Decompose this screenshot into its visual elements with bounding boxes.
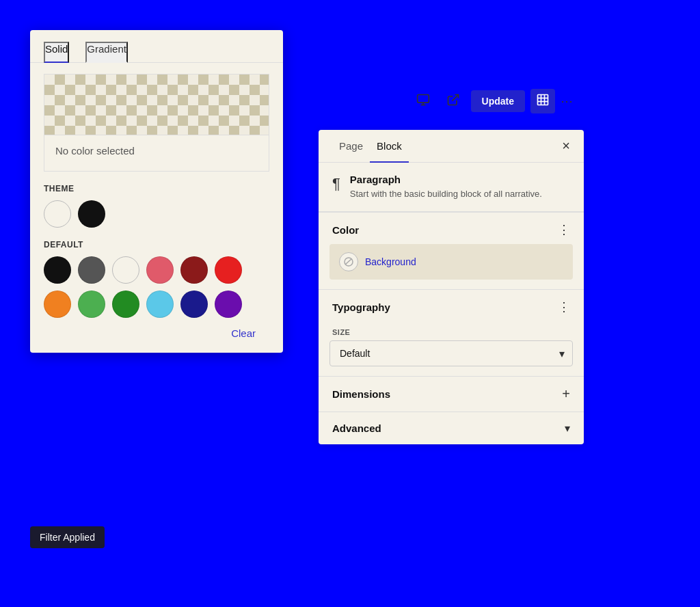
chevron-down-icon: ▾: [565, 422, 570, 435]
swatch-pink-red[interactable]: [146, 256, 174, 284]
color-options-icon: ⋮: [558, 223, 570, 237]
filter-applied-tooltip: Filter Applied: [30, 526, 105, 548]
default-section-label: DEFAULT: [44, 240, 269, 249]
color-section-header: Color ⋮: [319, 213, 584, 244]
swatch-dark-red[interactable]: [180, 256, 208, 284]
svg-line-10: [345, 259, 351, 265]
swatch-white[interactable]: [112, 256, 139, 284]
background-label: Background: [365, 256, 416, 267]
advanced-header: Advanced ▾: [319, 412, 584, 444]
sidebar-panel: Page Block × ¶ Paragraph Start with the …: [319, 130, 584, 444]
default-swatches-row1: [30, 256, 283, 284]
add-dimensions-button[interactable]: +: [562, 386, 570, 402]
dots-icon: ⋯: [561, 94, 573, 108]
dimensions-header: Dimensions +: [319, 376, 584, 412]
panel-tabs: Page Block ×: [319, 130, 584, 163]
block-info: ¶ Paragraph Start with the basic buildin…: [319, 163, 584, 212]
swatch-dark-green[interactable]: [112, 291, 139, 318]
layout-button[interactable]: [530, 89, 555, 113]
svg-line-3: [452, 94, 458, 100]
tab-page[interactable]: Page: [332, 131, 370, 163]
layout-icon: [536, 93, 550, 110]
color-options-button[interactable]: ⋮: [558, 222, 570, 237]
typography-section-header: Typography ⋮: [319, 290, 584, 321]
svg-rect-4: [538, 94, 548, 105]
default-swatches-row2: [30, 291, 283, 318]
external-link-button[interactable]: [441, 89, 466, 113]
svg-rect-0: [417, 94, 429, 103]
theme-swatch-black[interactable]: [78, 200, 105, 228]
background-color-row[interactable]: Background: [329, 244, 573, 280]
size-label: SIZE: [319, 321, 584, 340]
monitor-button[interactable]: [411, 89, 435, 113]
toolbar: Update ⋯: [319, 82, 584, 120]
external-link-icon: [446, 93, 460, 110]
swatch-black[interactable]: [44, 256, 71, 284]
size-select-wrapper: Default Small Medium Large X-Large ▾: [329, 340, 573, 366]
swatch-gray[interactable]: [78, 256, 105, 284]
no-color-text: No color selected: [55, 145, 135, 157]
color-preview-checker: [44, 74, 269, 135]
update-button[interactable]: Update: [471, 90, 525, 112]
tab-solid[interactable]: Solid: [44, 42, 69, 63]
color-picker-panel: Solid Gradient No color selected THEME D…: [30, 30, 283, 353]
clear-button[interactable]: Clear: [231, 327, 256, 339]
theme-swatches: [30, 200, 283, 228]
color-section-title: Color: [332, 224, 359, 236]
theme-section-label: THEME: [44, 184, 269, 193]
theme-swatch-white[interactable]: [44, 200, 71, 228]
monitor-icon: [416, 93, 430, 110]
typography-options-icon: ⋮: [558, 300, 570, 314]
typography-section-title: Typography: [332, 301, 390, 313]
swatch-light-blue[interactable]: [146, 291, 174, 318]
block-info-text: Paragraph Start with the basic building …: [350, 174, 542, 200]
tab-gradient[interactable]: Gradient: [85, 42, 128, 63]
more-options-button[interactable]: ⋯: [561, 94, 573, 109]
color-picker-tabs: Solid Gradient: [30, 30, 283, 63]
dimensions-title: Dimensions: [332, 388, 390, 400]
swatch-light-green[interactable]: [78, 291, 105, 318]
size-select[interactable]: Default Small Medium Large X-Large: [329, 340, 573, 366]
typography-section: SIZE Default Small Medium Large X-Large …: [319, 321, 584, 366]
block-desc: Start with the basic building block of a…: [350, 188, 542, 200]
swatch-orange[interactable]: [44, 291, 71, 318]
typography-options-button[interactable]: ⋮: [558, 299, 570, 314]
swatch-red[interactable]: [215, 256, 242, 284]
filter-applied-text: Filter Applied: [40, 532, 95, 543]
close-button[interactable]: ×: [562, 138, 570, 154]
no-color-icon: [339, 252, 358, 271]
swatch-dark-blue[interactable]: [180, 291, 208, 318]
advanced-title: Advanced: [332, 422, 381, 434]
paragraph-icon: ¶: [332, 175, 340, 193]
plus-icon: +: [562, 386, 570, 401]
swatch-purple[interactable]: [215, 291, 242, 318]
no-color-box: No color selected: [44, 135, 269, 172]
tab-block[interactable]: Block: [370, 131, 409, 163]
block-title: Paragraph: [350, 174, 542, 185]
